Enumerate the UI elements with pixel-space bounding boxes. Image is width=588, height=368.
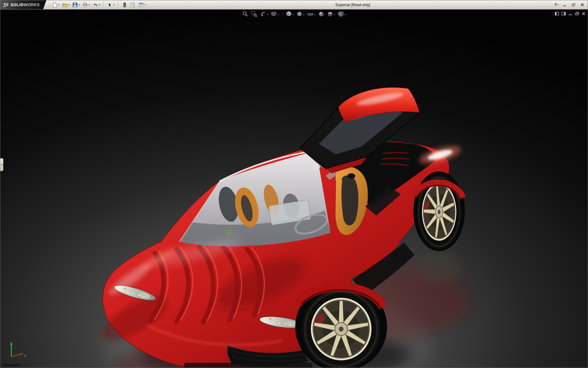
graphics-area[interactable]: ▾ ▾ ▾ ▾ ▾ ▾ bbox=[0, 10, 588, 368]
section-view-button[interactable]: ▾ bbox=[270, 11, 279, 19]
display-style-icon bbox=[296, 11, 303, 18]
view-orientation-label: *Dimetric bbox=[3, 363, 20, 367]
zoom-to-area-button[interactable] bbox=[251, 11, 258, 19]
3d-scene bbox=[0, 10, 588, 368]
document-window-controls bbox=[555, 11, 585, 17]
select-cursor-icon bbox=[107, 2, 113, 8]
dropdown-arrow-icon[interactable]: ▾ bbox=[345, 13, 346, 16]
view-settings-icon bbox=[338, 11, 344, 18]
toolbar-separator bbox=[282, 12, 282, 17]
restore-icon bbox=[572, 3, 575, 6]
previous-view-icon bbox=[260, 11, 266, 18]
open-button[interactable]: ▾ bbox=[61, 2, 70, 8]
save-button[interactable]: ▾ bbox=[71, 2, 81, 8]
rebuild-button[interactable] bbox=[121, 2, 128, 8]
front-wheel[interactable] bbox=[302, 288, 381, 368]
dropdown-arrow-icon[interactable]: ▾ bbox=[557, 4, 559, 6]
select-button[interactable]: ▾ bbox=[106, 2, 115, 8]
minimize-icon bbox=[563, 4, 566, 6]
3ds-logo-icon: ƷS bbox=[3, 2, 8, 7]
zoom-to-area-icon bbox=[251, 11, 257, 18]
dropdown-arrow-icon[interactable]: ▾ bbox=[334, 13, 335, 16]
options-button[interactable]: ▾ bbox=[138, 2, 147, 8]
panel-splitter-handle[interactable] bbox=[0, 158, 3, 171]
dropdown-arrow-icon[interactable]: ▾ bbox=[113, 4, 115, 6]
pane-right-icon bbox=[562, 11, 566, 17]
y-axis-arrow bbox=[10, 342, 13, 345]
reference-triad: x bbox=[6, 341, 28, 360]
toolbar-separator bbox=[118, 2, 119, 8]
dropdown-arrow-icon[interactable]: ▾ bbox=[267, 13, 268, 16]
toolbar-separator bbox=[103, 2, 104, 8]
edit-appearance-button[interactable] bbox=[318, 11, 325, 19]
doc-minimize-button[interactable] bbox=[568, 11, 572, 17]
restore-button[interactable] bbox=[570, 2, 576, 7]
solidworks-logo-text: SOLIDWORKS bbox=[10, 2, 40, 7]
dropdown-arrow-icon[interactable]: ▾ bbox=[89, 4, 90, 6]
help-button[interactable]: ? ▾ bbox=[554, 2, 559, 7]
zoom-to-fit-button[interactable] bbox=[242, 11, 249, 19]
close-button[interactable] bbox=[579, 2, 585, 7]
dropdown-arrow-icon[interactable]: ▾ bbox=[314, 13, 315, 16]
rebuild-icon bbox=[122, 2, 127, 8]
view-settings-button[interactable]: ▾ bbox=[337, 11, 346, 19]
dropdown-arrow-icon[interactable]: ▾ bbox=[68, 4, 70, 6]
hide-show-items-icon bbox=[307, 11, 314, 18]
dropdown-arrow-icon[interactable]: ▾ bbox=[277, 13, 279, 16]
x-axis-label: x bbox=[24, 354, 26, 357]
dropdown-arrow-icon[interactable]: ▾ bbox=[145, 4, 146, 6]
file-properties-button[interactable] bbox=[129, 2, 137, 8]
file-properties-icon bbox=[130, 2, 136, 8]
minimize-button[interactable] bbox=[561, 2, 567, 7]
close-icon bbox=[581, 2, 584, 8]
apply-scene-button[interactable]: ▾ bbox=[327, 11, 335, 19]
open-folder-icon bbox=[62, 2, 68, 8]
new-document-button[interactable]: ▾ bbox=[51, 2, 60, 8]
save-icon bbox=[72, 2, 78, 8]
x-axis-arrow bbox=[20, 353, 24, 355]
print-button[interactable]: ▾ bbox=[81, 2, 91, 8]
dropdown-arrow-icon[interactable]: ▾ bbox=[292, 13, 294, 16]
dropdown-arrow-icon[interactable]: ▾ bbox=[99, 4, 100, 6]
window-controls: ? ▾ bbox=[554, 2, 588, 7]
new-document-icon bbox=[52, 2, 58, 8]
dropdown-arrow-icon[interactable]: ▾ bbox=[303, 13, 304, 16]
solidworks-logo: ƷS SOLIDWORKS bbox=[0, 0, 46, 9]
edit-appearance-icon bbox=[318, 11, 324, 18]
main-toolbar: ▾ ▾ ▾ ▾ ▾ ▾ bbox=[51, 2, 147, 8]
previous-view-button[interactable]: ▾ bbox=[260, 11, 268, 19]
restore-icon bbox=[575, 11, 579, 17]
undo-button[interactable]: ▾ bbox=[92, 2, 101, 8]
doc-close-button[interactable] bbox=[582, 11, 585, 17]
minimize-icon bbox=[568, 11, 572, 17]
undo-icon bbox=[92, 2, 98, 8]
collapse-arrow-icon bbox=[0, 164, 2, 166]
section-view-icon bbox=[271, 11, 277, 18]
view-orientation-button[interactable]: ▾ bbox=[285, 11, 294, 19]
dropdown-arrow-icon[interactable]: ▾ bbox=[78, 4, 80, 6]
zoom-to-fit-icon bbox=[242, 11, 248, 18]
solidworks-window: ƷS SOLIDWORKS ▾ ▾ ▾ ▾ ▾ bbox=[0, 0, 588, 368]
pane-right-button[interactable] bbox=[562, 11, 566, 17]
display-style-button[interactable]: ▾ bbox=[296, 11, 305, 19]
document-title: Supercar [Read-only] bbox=[335, 3, 370, 7]
options-icon bbox=[138, 2, 144, 8]
doc-restore-button[interactable] bbox=[575, 11, 579, 17]
close-icon bbox=[582, 11, 585, 17]
apply-scene-icon bbox=[327, 11, 333, 18]
view-orientation-icon bbox=[286, 11, 292, 18]
print-icon bbox=[82, 2, 88, 8]
title-bar[interactable]: ƷS SOLIDWORKS ▾ ▾ ▾ ▾ ▾ bbox=[0, 0, 588, 10]
pane-left-button[interactable] bbox=[555, 11, 559, 17]
dropdown-arrow-icon[interactable]: ▾ bbox=[58, 4, 59, 6]
pane-left-icon bbox=[555, 11, 559, 17]
help-icon: ? bbox=[554, 2, 557, 7]
heads-up-view-toolbar: ▾ ▾ ▾ ▾ ▾ ▾ bbox=[242, 11, 346, 19]
hide-show-items-button[interactable]: ▾ bbox=[307, 11, 316, 19]
